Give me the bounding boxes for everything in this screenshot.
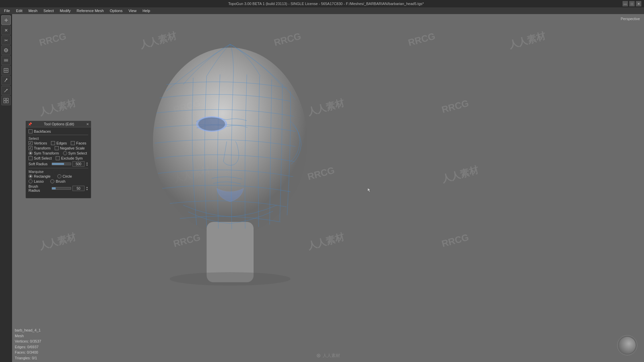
- watermark-rrcg-1: RRCG: [38, 31, 67, 48]
- minimize-button[interactable]: —: [623, 1, 628, 6]
- brush-radio[interactable]: [50, 179, 54, 183]
- faces-checkbox[interactable]: [71, 141, 75, 145]
- soft-radius-slider[interactable]: [52, 163, 71, 165]
- menu-view[interactable]: View: [126, 8, 139, 13]
- tool-brush[interactable]: [1, 76, 11, 85]
- backfaces-checkbox[interactable]: [29, 129, 33, 133]
- soft-radius-up[interactable]: ▲: [86, 162, 88, 164]
- negative-scale-checkbox[interactable]: [55, 146, 59, 150]
- menu-edit[interactable]: Edit: [13, 8, 25, 13]
- edges-status-value: 0/6937: [27, 345, 39, 349]
- svg-rect-15: [6, 98, 8, 100]
- svg-point-18: [153, 48, 307, 235]
- transform-row: Transform Negative Scale: [29, 146, 88, 150]
- brush-radius-value[interactable]: 50: [72, 186, 85, 191]
- viewport[interactable]: RRCG 人人素材 RRCG RRCG 人人素材 人人素材 RRCG 人人素材 …: [12, 14, 644, 362]
- brush-radius-fill: [52, 187, 56, 189]
- bottom-logo-icon: ⊛: [316, 352, 321, 359]
- brush-radius-arrows: ▲ ▼: [86, 186, 88, 191]
- tool-pen[interactable]: [1, 86, 11, 95]
- triangles-status-label: Triangles:: [15, 356, 31, 360]
- tool-loop[interactable]: [1, 66, 11, 75]
- brush-radius-slider[interactable]: [52, 187, 71, 190]
- watermark-rrcg-9: RRCG: [440, 98, 470, 115]
- tool-options-close-button[interactable]: ✕: [86, 122, 89, 126]
- edges-status-label: Edges:: [15, 345, 26, 349]
- maximize-button[interactable]: □: [629, 1, 635, 6]
- brush-radius-label: Brush Radius: [29, 184, 50, 192]
- brush-marquise-label: Brush: [56, 179, 65, 183]
- nav-sphere: [619, 337, 636, 354]
- vertices-row: Vertices Edges Faces: [29, 141, 88, 145]
- navigation-widget[interactable]: [617, 335, 637, 355]
- tool-cut[interactable]: ✂: [1, 36, 11, 45]
- soft-radius-label: Soft Radius: [29, 162, 50, 166]
- transform-checkbox[interactable]: [29, 146, 33, 150]
- sym-transform-label: Sym Transform: [34, 151, 59, 155]
- titlebar: TopoGun 3.00 BETA 1 (build 23113) - SING…: [0, 0, 644, 7]
- menu-select[interactable]: Select: [41, 8, 57, 13]
- sym-transform-radio[interactable]: [29, 151, 33, 155]
- faces-status-value: 0/3400: [27, 350, 38, 354]
- pin-icon: 📌: [28, 122, 32, 126]
- bottom-center-watermark: ⊛ 人人素材: [316, 352, 340, 359]
- menu-help[interactable]: Help: [140, 8, 153, 13]
- menu-file[interactable]: File: [1, 8, 13, 13]
- tool-select[interactable]: ✕: [1, 25, 11, 35]
- rectangle-label: Rectangle: [34, 174, 51, 178]
- lasso-radio[interactable]: [29, 179, 33, 183]
- rectangle-radio[interactable]: [29, 174, 33, 178]
- menu-modify[interactable]: Modify: [57, 8, 73, 13]
- tool-options-body: Backfaces Select Vertices Edges Faces Tr…: [26, 127, 91, 195]
- sym-select-radio[interactable]: [63, 151, 67, 155]
- svg-point-10: [6, 78, 7, 80]
- svg-point-23: [170, 272, 290, 286]
- soft-radius-down[interactable]: ▼: [86, 164, 88, 166]
- tool-grid[interactable]: [1, 96, 11, 105]
- vertices-status: Vertices: 0/3537: [15, 339, 41, 344]
- svg-line-13: [4, 92, 5, 92]
- watermark-rrcg-4: RRCG: [407, 31, 436, 48]
- window-controls: — □ ✕: [623, 1, 641, 6]
- tool-move[interactable]: ✛: [1, 15, 11, 25]
- edges-checkbox[interactable]: [51, 141, 55, 145]
- svg-rect-14: [4, 98, 6, 100]
- soft-radius-arrows: ▲ ▼: [86, 162, 88, 166]
- circle-label: Circle: [63, 174, 72, 178]
- triangles-status: Triangles: 0/1: [15, 355, 41, 361]
- soft-select-checkbox[interactable]: [29, 156, 33, 160]
- tool-options-title: Tool Options (Edit): [32, 122, 86, 126]
- cursor-indicator: [367, 187, 371, 191]
- faces-status: Faces: 0/3400: [15, 350, 41, 355]
- brush-radius-up[interactable]: ▲: [86, 186, 88, 188]
- tool-options-header[interactable]: 📌 Tool Options (Edit) ✕: [26, 121, 91, 127]
- close-button[interactable]: ✕: [636, 1, 641, 6]
- faces-status-label: Faces:: [15, 350, 26, 354]
- watermark-chinese-5: 人人素材: [507, 29, 547, 52]
- menu-options[interactable]: Options: [107, 8, 125, 13]
- vertices-status-value: 0/3537: [30, 339, 41, 343]
- triangles-status-value: 0/1: [32, 356, 37, 360]
- menu-reference-mesh[interactable]: Reference Mesh: [74, 8, 107, 13]
- circle-radio[interactable]: [57, 174, 61, 178]
- vertices-checkbox[interactable]: [29, 141, 33, 145]
- menu-mesh[interactable]: Mesh: [26, 8, 40, 13]
- soft-radius-value[interactable]: 500: [72, 161, 85, 167]
- vertices-label: Vertices: [34, 141, 47, 145]
- brush-radius-down[interactable]: ▼: [86, 188, 88, 191]
- soft-select-label: Soft Select: [34, 156, 52, 160]
- tool-relax[interactable]: [1, 56, 11, 65]
- tool-weld[interactable]: [1, 46, 11, 55]
- backfaces-row: Backfaces: [29, 129, 88, 133]
- watermark-chinese-6: 人人素材: [38, 97, 77, 119]
- window-title: TopoGun 3.00 BETA 1 (build 23113) - SING…: [228, 2, 424, 6]
- exclude-sym-checkbox[interactable]: [56, 156, 60, 160]
- watermark-chinese-14: 人人素材: [38, 231, 77, 253]
- watermark-rrcg-17: RRCG: [440, 232, 470, 249]
- vertices-status-label: Vertices:: [15, 339, 29, 343]
- menubar: File Edit Mesh Select Modify Reference M…: [0, 7, 644, 14]
- sym-select-label: Sym Select: [68, 151, 87, 155]
- svg-rect-16: [4, 101, 6, 103]
- transform-label: Transform: [34, 146, 51, 150]
- head-svg: [113, 24, 347, 292]
